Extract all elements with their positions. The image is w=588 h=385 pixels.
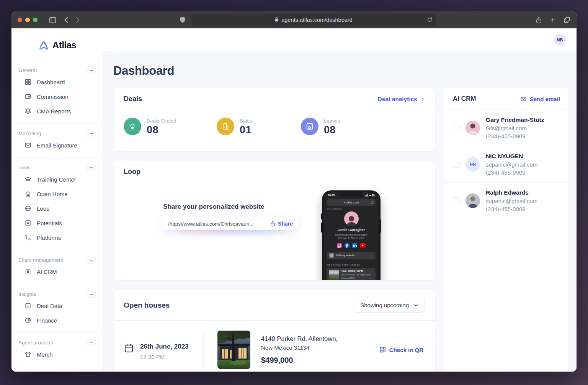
- collapse-section-button[interactable]: [87, 66, 96, 74]
- sidebar-item-deal-data[interactable]: Deal Data: [18, 298, 96, 313]
- stat-label: Sales: [240, 118, 252, 124]
- crm-contact-row[interactable]: Gary Friedman-Stutz Gfs@gmail.com (234)-…: [444, 110, 568, 146]
- sidebar-item-label: Finance: [37, 317, 57, 324]
- crm-contact-row[interactable]: Ralph Edwards supanic@gmail.com (234)-45…: [444, 183, 568, 219]
- section-label: Client management: [18, 257, 63, 263]
- send-email-button[interactable]: Send email: [520, 96, 560, 102]
- address-text: agents.atllas.com/dashboard: [281, 17, 352, 23]
- loop-title: Loop: [124, 168, 140, 176]
- sidebar-item-commission[interactable]: Commission: [18, 89, 96, 104]
- collapse-section-button[interactable]: [87, 256, 96, 264]
- visit-website-button: Visit my website: [327, 252, 376, 259]
- sidebar-item-cma-reports[interactable]: CMA Reports: [18, 104, 96, 118]
- share-icon: [270, 221, 276, 227]
- sidebar-item-platforms[interactable]: Platforms: [18, 230, 96, 245]
- sidebar-section-insights: Insights Deal Data Finance: [18, 284, 96, 328]
- crm-title: AI CRM: [453, 95, 476, 103]
- stat-sales: Sales 01: [217, 118, 301, 135]
- stat-value: 08: [147, 125, 176, 135]
- listing-time: 12:30 PM: [140, 354, 189, 360]
- phone-open-house-card: Sun, 06/23; 12PM 8502 Preston Rd. Ingrew…: [327, 268, 376, 280]
- sidebar-item-finance[interactable]: Finance: [18, 313, 96, 328]
- contact-email: supanic@gmail.com: [486, 198, 537, 204]
- open-houses-filter-dropdown[interactable]: Showing upcoming: [354, 298, 425, 313]
- sidebar-item-label: Commission: [37, 93, 69, 100]
- deals-title: Deals: [124, 95, 142, 103]
- share-page-icon[interactable]: [536, 16, 542, 24]
- sidebar-item-dashboard[interactable]: Dashboard: [18, 75, 96, 89]
- stat-label: Deals Closed: [147, 118, 176, 124]
- contact-email: supanic@gmail.com: [486, 161, 537, 168]
- sidebar-item-loop[interactable]: Loop: [18, 201, 96, 216]
- agent-name: Jamie Carragher: [324, 228, 379, 232]
- close-window-button[interactable]: [18, 18, 22, 22]
- sidebar-toggle-icon[interactable]: [49, 17, 56, 23]
- sidebar-section-agent-products: Agent products Merch: [18, 333, 96, 362]
- listing-photo: [217, 331, 250, 369]
- back-button[interactable]: [64, 17, 68, 23]
- home-icon: [24, 190, 31, 197]
- collapse-section-button[interactable]: [87, 129, 96, 137]
- youtube-icon[interactable]: [360, 243, 366, 247]
- zoom-window-button[interactable]: [33, 18, 38, 22]
- globe-icon: [24, 205, 31, 212]
- contact-checkbox[interactable]: [453, 197, 460, 204]
- collapse-section-button[interactable]: [87, 164, 96, 171]
- send-email-label: Send email: [530, 96, 560, 102]
- deal-analytics-link[interactable]: Deal analytics: [378, 96, 425, 103]
- reload-icon[interactable]: [427, 17, 433, 24]
- chevron-down-icon: [413, 303, 418, 308]
- share-button[interactable]: Share: [270, 221, 293, 227]
- contact-name: Ralph Edwards: [486, 189, 537, 196]
- stat-value: 08: [324, 125, 340, 135]
- agent-bio: Experienced real estate agent with over …: [324, 233, 379, 240]
- contact-phone: (234)-455-0909: [486, 206, 537, 212]
- facebook-icon[interactable]: [345, 243, 350, 248]
- linkedin-icon[interactable]: [352, 243, 357, 248]
- building-icon: [217, 118, 234, 135]
- collapse-section-button[interactable]: [87, 339, 96, 346]
- brand-name: Atllas: [52, 40, 76, 51]
- minimize-window-button[interactable]: [25, 18, 30, 22]
- layers-icon: [24, 108, 31, 115]
- sidebar-item-merch[interactable]: Merch: [18, 347, 96, 362]
- contact-avatar-initials: NN: [466, 157, 480, 172]
- stat-value: 01: [240, 125, 252, 135]
- contact-email: Gfs@gmail.com: [486, 125, 544, 131]
- crm-contact-row[interactable]: NN NIC NYUGEN supanic@gmail.com (234)-45…: [444, 146, 568, 183]
- id-badge-icon: [24, 268, 31, 275]
- lock-icon: [274, 17, 279, 23]
- forward-button[interactable]: [76, 17, 80, 23]
- listing-address-line2: New Mexico 31134: [261, 344, 338, 351]
- user-avatar[interactable]: NB: [554, 34, 566, 46]
- sidebar-item-ai-crm[interactable]: AI CRM: [18, 264, 96, 279]
- share-url-field[interactable]: /https//www.atllas.com/Chriscavaun... Sh…: [163, 217, 298, 230]
- section-label: Tools: [18, 165, 31, 170]
- phone-address-bar: atllas.com: [327, 199, 376, 206]
- contact-checkbox[interactable]: [453, 161, 460, 168]
- phone-mockup: 16:05 atllas.com: [322, 190, 381, 280]
- collapse-section-button[interactable]: [87, 290, 96, 298]
- sidebar-item-email-signature[interactable]: Email Signature: [18, 138, 96, 152]
- contact-phone: (234)-455-0909: [486, 133, 544, 139]
- share-icon: [371, 200, 374, 205]
- new-tab-icon[interactable]: [550, 17, 556, 23]
- privacy-shield-icon[interactable]: [180, 16, 186, 23]
- contact-checkbox[interactable]: [453, 125, 460, 131]
- tab-overview-icon[interactable]: [564, 16, 570, 23]
- sidebar-item-label: Potentials: [37, 220, 62, 226]
- sidebar-item-open-home[interactable]: Open Home: [18, 187, 96, 201]
- address-bar[interactable]: agents.atllas.com/dashboard: [191, 14, 436, 26]
- page-title: Dashboard: [113, 64, 569, 78]
- sidebar-item-potentials[interactable]: Potentials: [18, 216, 96, 230]
- calendar-icon: [124, 343, 134, 353]
- sidebar-item-label: Dashboard: [37, 79, 65, 85]
- open-house-address: 8502 Preston Rd. Ingrewood, Maine 98380: [341, 273, 371, 280]
- instagram-icon[interactable]: [337, 243, 342, 248]
- chevron-right-icon: [420, 97, 425, 102]
- sidebar-item-training-center[interactable]: Training Center: [18, 172, 96, 187]
- check-in-qr-button[interactable]: Check in QR: [379, 346, 423, 353]
- deals-card: Deals Deal analytics: [113, 88, 435, 151]
- upcoming-open-houses-label: UPCOMING OPEN HOUSES: [327, 264, 375, 266]
- phone-site: atllas.com: [346, 201, 359, 204]
